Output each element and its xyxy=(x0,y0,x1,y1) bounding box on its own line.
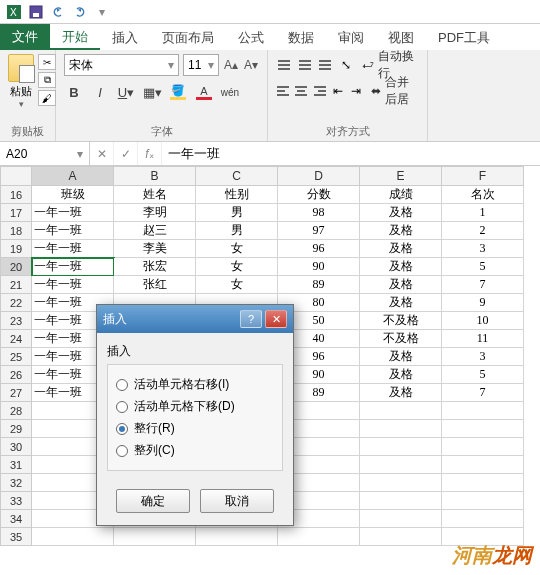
cell-E32[interactable] xyxy=(360,474,442,492)
cell-B35[interactable] xyxy=(114,528,196,546)
cell-C20[interactable]: 女 xyxy=(196,258,278,276)
name-box[interactable]: A20▾ xyxy=(0,142,90,165)
cell-E26[interactable]: 及格 xyxy=(360,366,442,384)
cell-E30[interactable] xyxy=(360,438,442,456)
cell-C16[interactable]: 性别 xyxy=(196,186,278,204)
cell-F21[interactable]: 7 xyxy=(442,276,524,294)
row-header-23[interactable]: 23 xyxy=(0,312,32,330)
align-center-icon[interactable] xyxy=(294,81,308,101)
decrease-font-icon[interactable]: A▾ xyxy=(243,57,259,73)
indent-right-icon[interactable]: ⇥ xyxy=(349,81,363,101)
cell-D17[interactable]: 98 xyxy=(278,204,360,222)
cell-E31[interactable] xyxy=(360,456,442,474)
row-header-19[interactable]: 19 xyxy=(0,240,32,258)
cell-B19[interactable]: 李美 xyxy=(114,240,196,258)
cell-E35[interactable] xyxy=(360,528,442,546)
cell-E27[interactable]: 及格 xyxy=(360,384,442,402)
row-header-34[interactable]: 34 xyxy=(0,510,32,528)
merge-center-button[interactable]: ⬌合并后居 xyxy=(367,80,419,102)
qat-dropdown-icon[interactable]: ▾ xyxy=(94,4,110,20)
underline-button[interactable]: U▾ xyxy=(116,82,136,102)
cell-F22[interactable]: 9 xyxy=(442,294,524,312)
cell-F25[interactable]: 3 xyxy=(442,348,524,366)
align-top-icon[interactable] xyxy=(276,55,293,75)
radio-shift-right[interactable]: 活动单元格右移(I) xyxy=(116,376,274,393)
cell-D35[interactable] xyxy=(278,528,360,546)
align-right-icon[interactable] xyxy=(312,81,326,101)
radio-entire-row[interactable]: 整行(R) xyxy=(116,420,274,437)
cell-F33[interactable] xyxy=(442,492,524,510)
cell-A35[interactable] xyxy=(32,528,114,546)
cell-E33[interactable] xyxy=(360,492,442,510)
italic-button[interactable]: I xyxy=(90,82,110,102)
cancel-button[interactable]: 取消 xyxy=(200,489,274,513)
row-header-22[interactable]: 22 xyxy=(0,294,32,312)
tab-review[interactable]: 审阅 xyxy=(326,25,376,50)
cell-C19[interactable]: 女 xyxy=(196,240,278,258)
row-header-33[interactable]: 33 xyxy=(0,492,32,510)
fill-color-button[interactable]: 🪣 xyxy=(168,82,188,102)
fx-icon[interactable]: fₓ xyxy=(138,142,162,165)
copy-icon[interactable]: ⧉ xyxy=(38,72,56,88)
font-color-button[interactable]: A xyxy=(194,82,214,102)
col-header-C[interactable]: C xyxy=(196,166,278,186)
row-header-25[interactable]: 25 xyxy=(0,348,32,366)
redo-icon[interactable] xyxy=(72,4,88,20)
cell-F23[interactable]: 10 xyxy=(442,312,524,330)
cell-E23[interactable]: 不及格 xyxy=(360,312,442,330)
cancel-formula-icon[interactable]: ✕ xyxy=(90,142,114,165)
row-header-26[interactable]: 26 xyxy=(0,366,32,384)
cell-A16[interactable]: 班级 xyxy=(32,186,114,204)
col-header-F[interactable]: F xyxy=(442,166,524,186)
tab-data[interactable]: 数据 xyxy=(276,25,326,50)
radio-shift-down[interactable]: 活动单元格下移(D) xyxy=(116,398,274,415)
cell-E24[interactable]: 不及格 xyxy=(360,330,442,348)
increase-font-icon[interactable]: A▴ xyxy=(223,57,239,73)
row-header-24[interactable]: 24 xyxy=(0,330,32,348)
align-left-icon[interactable] xyxy=(276,81,290,101)
cell-F31[interactable] xyxy=(442,456,524,474)
dialog-help-icon[interactable]: ? xyxy=(240,310,262,328)
cell-F20[interactable]: 5 xyxy=(442,258,524,276)
cell-F27[interactable]: 7 xyxy=(442,384,524,402)
col-header-A[interactable]: A xyxy=(32,166,114,186)
row-header-17[interactable]: 17 xyxy=(0,204,32,222)
cell-E28[interactable] xyxy=(360,402,442,420)
border-button[interactable]: ▦▾ xyxy=(142,82,162,102)
cell-A18[interactable]: 一年一班 xyxy=(32,222,114,240)
cell-B16[interactable]: 姓名 xyxy=(114,186,196,204)
cut-icon[interactable]: ✂ xyxy=(38,54,56,70)
cell-F28[interactable] xyxy=(442,402,524,420)
row-header-29[interactable]: 29 xyxy=(0,420,32,438)
col-header-D[interactable]: D xyxy=(278,166,360,186)
cell-A20[interactable]: 一年一班 xyxy=(32,258,114,276)
cell-B17[interactable]: 李明 xyxy=(114,204,196,222)
cell-F18[interactable]: 2 xyxy=(442,222,524,240)
row-header-16[interactable]: 16 xyxy=(0,186,32,204)
orientation-icon[interactable]: ⤡ xyxy=(338,55,355,75)
cell-D21[interactable]: 89 xyxy=(278,276,360,294)
cell-E17[interactable]: 及格 xyxy=(360,204,442,222)
cell-F24[interactable]: 11 xyxy=(442,330,524,348)
cell-E19[interactable]: 及格 xyxy=(360,240,442,258)
tab-file[interactable]: 文件 xyxy=(0,24,50,50)
cell-C21[interactable]: 女 xyxy=(196,276,278,294)
row-header-21[interactable]: 21 xyxy=(0,276,32,294)
enter-formula-icon[interactable]: ✓ xyxy=(114,142,138,165)
bold-button[interactable]: B xyxy=(64,82,84,102)
cell-E20[interactable]: 及格 xyxy=(360,258,442,276)
cell-E25[interactable]: 及格 xyxy=(360,348,442,366)
row-header-30[interactable]: 30 xyxy=(0,438,32,456)
row-header-31[interactable]: 31 xyxy=(0,456,32,474)
cell-B18[interactable]: 赵三 xyxy=(114,222,196,240)
row-header-32[interactable]: 32 xyxy=(0,474,32,492)
save-icon[interactable] xyxy=(28,4,44,20)
cell-E29[interactable] xyxy=(360,420,442,438)
cell-F29[interactable] xyxy=(442,420,524,438)
cell-C35[interactable] xyxy=(196,528,278,546)
col-header-E[interactable]: E xyxy=(360,166,442,186)
cell-F26[interactable]: 5 xyxy=(442,366,524,384)
indent-left-icon[interactable]: ⇤ xyxy=(331,81,345,101)
col-header-B[interactable]: B xyxy=(114,166,196,186)
cell-B20[interactable]: 张宏 xyxy=(114,258,196,276)
